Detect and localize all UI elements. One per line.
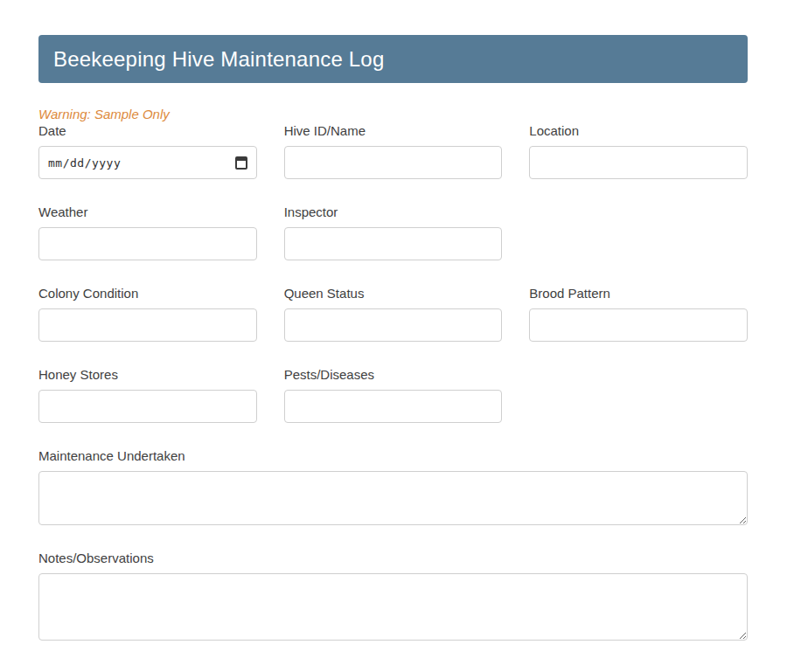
- date-label: Date: [38, 123, 257, 139]
- field-maintenance-undertaken: Maintenance Undertaken: [38, 448, 748, 525]
- inspector-label: Inspector: [284, 204, 503, 220]
- colony-condition-input[interactable]: [38, 308, 257, 342]
- grid-spacer: [529, 204, 748, 260]
- field-date: Date mm/dd/yyyy: [38, 123, 257, 179]
- form-grid: Date mm/dd/yyyy Hive ID/Name Location We…: [38, 123, 748, 641]
- colony-condition-label: Colony Condition: [38, 286, 257, 301]
- weather-label: Weather: [38, 204, 257, 220]
- field-honey-stores: Honey Stores: [38, 367, 257, 423]
- field-location: Location: [529, 123, 748, 179]
- field-weather: Weather: [38, 204, 257, 260]
- inspector-input[interactable]: [284, 227, 503, 260]
- sample-warning: Warning: Sample Only: [38, 107, 748, 122]
- maintenance-undertaken-textarea[interactable]: [38, 471, 748, 525]
- brood-pattern-label: Brood Pattern: [529, 286, 748, 301]
- hive-id-label: Hive ID/Name: [284, 123, 503, 139]
- honey-stores-input[interactable]: [38, 390, 257, 423]
- page-title: Beekeeping Hive Maintenance Log: [53, 47, 384, 72]
- pests-diseases-label: Pests/Diseases: [284, 367, 503, 383]
- date-placeholder: mm/dd/yyyy: [48, 156, 121, 170]
- location-input[interactable]: [529, 146, 748, 179]
- maintenance-undertaken-label: Maintenance Undertaken: [38, 448, 748, 464]
- field-inspector: Inspector: [284, 204, 503, 260]
- page: Beekeeping Hive Maintenance Log Warning:…: [0, 0, 787, 672]
- field-brood-pattern: Brood Pattern: [529, 286, 748, 342]
- sample-warning-text: Warning: Sample Only: [38, 107, 170, 121]
- field-notes-observations: Notes/Observations: [38, 551, 748, 641]
- queen-status-label: Queen Status: [284, 286, 503, 301]
- notes-observations-textarea[interactable]: [38, 573, 748, 641]
- honey-stores-label: Honey Stores: [38, 367, 257, 383]
- pests-diseases-input[interactable]: [284, 390, 503, 423]
- field-pests-diseases: Pests/Diseases: [284, 367, 503, 423]
- hive-id-input[interactable]: [284, 146, 503, 179]
- field-queen-status: Queen Status: [284, 286, 503, 342]
- field-hive-id: Hive ID/Name: [284, 123, 503, 179]
- weather-input[interactable]: [38, 227, 257, 260]
- calendar-icon[interactable]: [235, 156, 247, 170]
- queen-status-input[interactable]: [284, 308, 503, 342]
- notes-observations-label: Notes/Observations: [38, 551, 748, 566]
- grid-spacer: [529, 367, 748, 423]
- location-label: Location: [529, 123, 748, 139]
- form-header: Beekeeping Hive Maintenance Log: [38, 35, 748, 83]
- date-input[interactable]: mm/dd/yyyy: [38, 146, 257, 179]
- field-colony-condition: Colony Condition: [38, 286, 257, 342]
- brood-pattern-input[interactable]: [529, 308, 748, 342]
